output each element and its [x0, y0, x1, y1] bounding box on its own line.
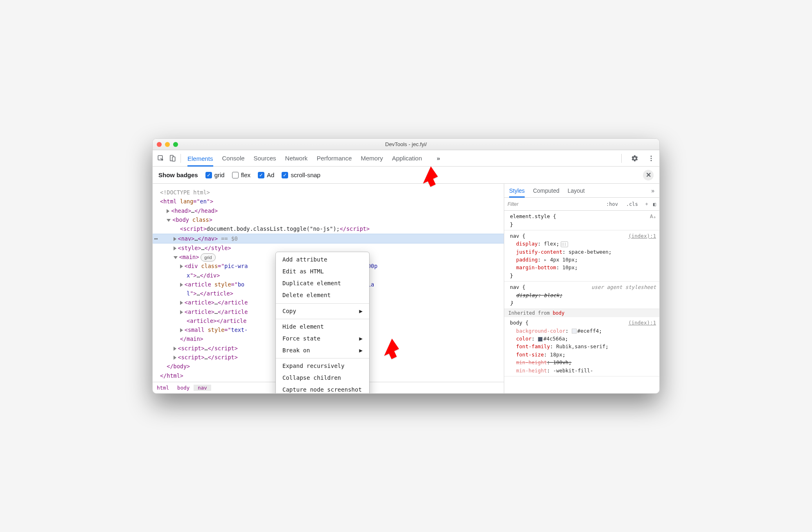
svg-point-3	[651, 156, 652, 157]
ctx-collapse-children[interactable]: Collapse children	[276, 372, 369, 384]
titlebar: DevTools - jec.fyi/	[153, 139, 659, 150]
ctx-delete-element[interactable]: Delete element	[276, 289, 369, 301]
settings-gear-icon[interactable]	[629, 153, 641, 164]
inspect-element-icon[interactable]	[155, 153, 167, 164]
ctx-force-state[interactable]: Force state▶	[276, 333, 369, 345]
crumb-html[interactable]: html	[153, 385, 173, 391]
kebab-menu-icon[interactable]	[645, 153, 657, 164]
checkbox-icon	[205, 172, 212, 178]
nav-node-selected[interactable]: <nav>…</nav> == $0	[153, 234, 504, 243]
submenu-arrow-icon: ▶	[359, 307, 363, 316]
zoom-window-button[interactable]	[173, 142, 178, 147]
context-menu: Add attribute Edit as HTML Duplicate ele…	[275, 252, 370, 394]
main-content: <!DOCTYPE html> <html lang="en"> <head>……	[153, 184, 659, 393]
dom-tree[interactable]: <!DOCTYPE html> <html lang="en"> <head>……	[153, 184, 504, 382]
badge-flex-checkbox[interactable]: flex	[232, 171, 250, 178]
annotation-arrow-icon	[376, 337, 400, 363]
source-link[interactable]: (index):1	[628, 232, 656, 240]
checkbox-icon	[282, 172, 288, 178]
tab-elements[interactable]: Elements	[187, 151, 213, 167]
color-swatch-icon[interactable]	[538, 337, 543, 342]
ctx-add-attribute[interactable]: Add attribute	[276, 254, 369, 266]
script-inline-node[interactable]: <script>document.body.classList.toggle("…	[160, 224, 504, 233]
body-node[interactable]: <body class>	[160, 215, 504, 224]
tab-network[interactable]: Network	[285, 150, 308, 166]
top-toolbar: Elements Console Sources Network Perform…	[153, 150, 659, 167]
devtools-window: DevTools - jec.fyi/ Elements Console Sou…	[152, 138, 660, 394]
ctx-copy[interactable]: Copy▶	[276, 305, 369, 317]
doctype-node: <!DOCTYPE html>	[160, 189, 210, 196]
device-toggle-icon[interactable]	[167, 153, 178, 164]
ctx-edit-as-html[interactable]: Edit as HTML	[276, 266, 369, 277]
head-node[interactable]: <head>…</head>	[160, 206, 504, 215]
window-controls	[157, 142, 178, 147]
styles-tabs: Styles Computed Layout »	[504, 184, 659, 198]
svg-point-5	[651, 160, 652, 161]
separator	[180, 154, 181, 163]
nav-ua-rule[interactable]: nav {user agent stylesheet display: bloc…	[504, 282, 659, 309]
cls-toggle[interactable]: .cls	[624, 201, 640, 208]
ctx-duplicate-element[interactable]: Duplicate element	[276, 277, 369, 289]
more-tabs-icon[interactable]: »	[437, 155, 440, 162]
flex-editor-icon[interactable]	[561, 241, 568, 247]
window-title: DevTools - jec.fyi/	[157, 141, 655, 147]
styles-tab-styles[interactable]: Styles	[509, 184, 525, 198]
html-node[interactable]: <html lang="en">	[160, 197, 504, 206]
checkbox-icon	[258, 172, 264, 178]
color-swatch-icon[interactable]	[572, 329, 577, 334]
grid-badge[interactable]: grid	[201, 253, 215, 261]
checkbox-icon	[232, 172, 239, 178]
elements-panel: <!DOCTYPE html> <html lang="en"> <head>……	[153, 184, 504, 393]
toggle-sidebar-icon[interactable]: ◧	[653, 201, 656, 207]
badge-grid-checkbox[interactable]: grid	[205, 171, 225, 178]
crumb-nav[interactable]: nav	[194, 385, 211, 391]
separator	[276, 319, 369, 319]
element-style-rule[interactable]: element.style {Aₐ }	[504, 211, 659, 230]
ctx-break-on[interactable]: Break on▶	[276, 345, 369, 356]
body-rule[interactable]: body {(index):1 background-color: #eceff…	[504, 317, 659, 376]
tab-sources[interactable]: Sources	[254, 150, 276, 166]
hov-toggle[interactable]: :hov	[604, 201, 620, 208]
inherited-from-bar: Inherited from body	[504, 309, 659, 317]
ctx-hide-element[interactable]: Hide element	[276, 321, 369, 333]
panel-tabs: Elements Console Sources Network Perform…	[187, 150, 440, 166]
tab-performance[interactable]: Performance	[317, 150, 352, 166]
show-badges-label: Show badges	[158, 171, 198, 178]
tab-memory[interactable]: Memory	[361, 150, 383, 166]
font-icon: Aₐ	[650, 212, 656, 220]
tab-console[interactable]: Console	[222, 150, 245, 166]
styles-tabs-more: »	[651, 187, 654, 194]
ctx-capture-screenshot[interactable]: Capture node screenshot	[276, 384, 369, 394]
styles-panel: Styles Computed Layout » Filter :hov .cl…	[504, 184, 659, 393]
style-node[interactable]: <style>…</style>	[160, 243, 504, 252]
annotation-arrow-icon	[415, 165, 439, 191]
separator	[621, 154, 622, 163]
more-tabs-icon[interactable]: »	[651, 187, 654, 194]
filter-input[interactable]: Filter	[508, 201, 600, 207]
ctx-expand-recursively[interactable]: Expand recursively	[276, 360, 369, 372]
styles-tab-computed[interactable]: Computed	[533, 187, 559, 194]
styles-filter-row: Filter :hov .cls ＋ ◧	[504, 198, 659, 211]
tab-application[interactable]: Application	[392, 150, 422, 166]
badge-settings-bar: Show badges grid flex Ad scroll-snap ✕	[153, 167, 659, 184]
close-badge-bar-button[interactable]: ✕	[643, 170, 654, 180]
crumb-body[interactable]: body	[173, 385, 194, 391]
separator	[276, 303, 369, 304]
toolbar-right	[619, 153, 657, 164]
close-window-button[interactable]	[157, 142, 162, 147]
minimize-window-button[interactable]	[165, 142, 170, 147]
nav-rule[interactable]: nav {(index):1 display: flex; justify-co…	[504, 230, 659, 282]
new-style-rule-icon[interactable]: ＋	[644, 201, 649, 207]
svg-point-4	[651, 158, 652, 159]
submenu-arrow-icon: ▶	[359, 334, 363, 343]
separator	[276, 358, 369, 358]
ua-label: user agent stylesheet	[591, 283, 656, 291]
source-link[interactable]: (index):1	[628, 319, 656, 327]
styles-tab-layout[interactable]: Layout	[568, 187, 585, 194]
badge-scroll-snap-checkbox[interactable]: scroll-snap	[282, 171, 320, 178]
svg-rect-2	[172, 157, 175, 161]
submenu-arrow-icon: ▶	[359, 346, 363, 355]
badge-ad-checkbox[interactable]: Ad	[258, 171, 274, 178]
